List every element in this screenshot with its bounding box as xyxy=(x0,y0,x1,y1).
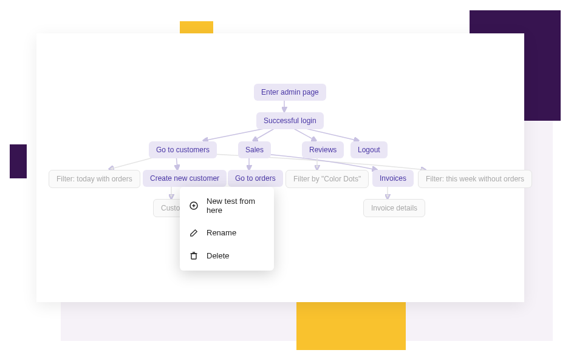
node-reviews[interactable]: Reviews xyxy=(302,141,344,158)
menu-item-rename[interactable]: Rename xyxy=(180,221,274,244)
node-successful-login[interactable]: Successful login xyxy=(256,112,324,129)
target-plus-icon xyxy=(188,200,199,211)
node-create-new-customer[interactable]: Create new customer xyxy=(143,170,227,187)
menu-item-label: New test from here xyxy=(207,197,265,215)
pencil-icon xyxy=(188,227,199,238)
trash-icon xyxy=(188,250,199,261)
svg-line-3 xyxy=(292,127,316,141)
menu-item-new-test[interactable]: New test from here xyxy=(180,190,274,221)
menu-item-label: Delete xyxy=(207,251,230,260)
svg-line-2 xyxy=(253,127,276,141)
menu-item-label: Rename xyxy=(207,228,236,237)
context-menu: New test from here Rename Delete xyxy=(180,187,274,271)
diagram-panel: Enter admin page Successful login Go to … xyxy=(36,33,524,302)
menu-item-delete[interactable]: Delete xyxy=(180,244,274,267)
node-logout[interactable]: Logout xyxy=(350,141,388,158)
node-invoice-details[interactable]: Invoice details xyxy=(363,199,425,217)
svg-line-4 xyxy=(301,127,358,141)
node-filter-today[interactable]: Filter: today with orders xyxy=(49,170,140,188)
node-filter-week[interactable]: Filter: this week without orders xyxy=(418,170,532,188)
node-invoices[interactable]: Invoices xyxy=(372,170,414,187)
decoration-yellow-bottom xyxy=(296,302,406,350)
node-sales[interactable]: Sales xyxy=(238,141,271,158)
node-go-to-customers[interactable]: Go to customers xyxy=(149,141,217,158)
svg-line-1 xyxy=(203,127,270,141)
node-enter-admin[interactable]: Enter admin page xyxy=(254,84,326,101)
node-filter-color-dots[interactable]: Filter by "Color Dots" xyxy=(285,170,369,188)
svg-rect-14 xyxy=(191,254,196,259)
decoration-purple-left xyxy=(10,144,27,178)
node-go-to-orders[interactable]: Go to orders xyxy=(228,170,283,187)
